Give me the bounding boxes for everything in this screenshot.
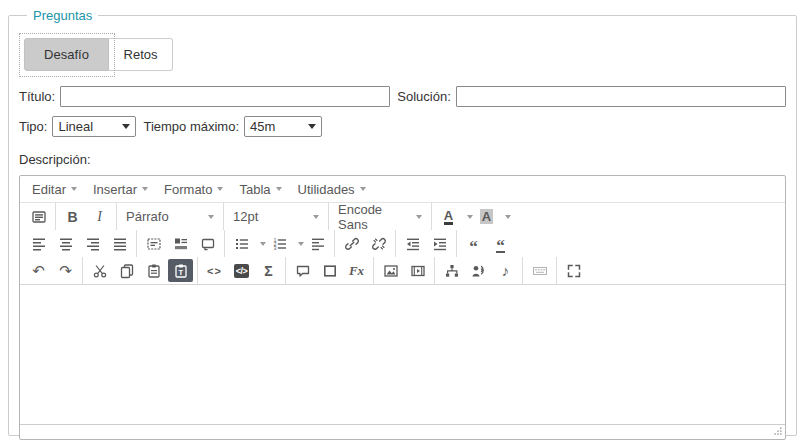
bold-button[interactable]: B (60, 205, 85, 228)
formula-icon: Fx (349, 263, 364, 279)
line-height-button[interactable] (305, 232, 330, 255)
tipo-selected-value: Lineal (58, 119, 112, 134)
chevron-down-icon[interactable] (505, 215, 511, 219)
editor-content-area[interactable] (20, 284, 785, 424)
align-left-button[interactable] (26, 232, 51, 255)
tab-desafio[interactable]: Desafío (24, 38, 109, 71)
bullet-list-icon (234, 236, 250, 252)
toolbar-group: <> </> Σ (197, 257, 285, 284)
menu-insertar[interactable]: Insertar (85, 178, 156, 201)
media-text-button[interactable] (168, 232, 193, 255)
menu-tabla[interactable]: Tabla (231, 178, 289, 201)
numbered-list-icon (272, 236, 288, 252)
font-family-dropdown[interactable]: Encode Sans (332, 205, 428, 228)
flowchart-button[interactable] (439, 259, 464, 282)
frame-button[interactable] (195, 232, 220, 255)
source-code-button[interactable]: <> (202, 259, 227, 282)
toolbar-row-3: ↶ ↷ <> </> Σ Fx (20, 257, 785, 284)
insert-image-button[interactable] (378, 259, 403, 282)
cut-button[interactable] (87, 259, 112, 282)
blockquote-button[interactable]: “ (461, 232, 486, 255)
chevron-down-icon[interactable] (260, 242, 266, 246)
preguntas-fieldset: Preguntas Desafío Retos Título: Solución… (8, 8, 797, 436)
titulo-input[interactable] (60, 86, 390, 107)
template-icon (31, 209, 47, 225)
menu-editar[interactable]: Editar (24, 178, 85, 201)
menu-editar-label: Editar (32, 182, 66, 197)
menu-utilidades-label: Utilidades (298, 182, 355, 197)
tiempo-maximo-select[interactable]: 45m (244, 116, 322, 137)
toolbar-group (22, 230, 136, 257)
toolbar-group: ♪ (434, 257, 522, 284)
font-size-dropdown[interactable]: 12pt (227, 205, 325, 228)
formula-button[interactable]: Fx (344, 259, 369, 282)
align-center-button[interactable] (53, 232, 78, 255)
justify-button[interactable] (107, 232, 132, 255)
menu-utilidades[interactable]: Utilidades (290, 178, 374, 201)
paste-as-text-button[interactable] (168, 259, 193, 282)
paste-icon (146, 263, 162, 279)
toolbar-row-1: B I Párrafo 12pt Encode Sans A A (20, 203, 785, 230)
tab-retos-label: Retos (124, 47, 158, 62)
template-button[interactable] (26, 205, 51, 228)
insert-video-button[interactable] (405, 259, 430, 282)
paste-button[interactable] (141, 259, 166, 282)
paste-text-icon (173, 263, 189, 279)
comment-button[interactable] (290, 259, 315, 282)
tiempo-selected-value: 45m (250, 119, 298, 134)
toolbar-group: ↶ ↷ (22, 257, 82, 284)
paragraph-format-dropdown[interactable]: Párrafo (120, 205, 220, 228)
unlink-icon (371, 236, 387, 252)
embed-code-button[interactable]: </> (229, 259, 254, 282)
toolbar-row-2: “ “ (20, 230, 785, 257)
chevron-down-icon (360, 187, 366, 191)
tab-retos[interactable]: Retos (109, 38, 173, 71)
select-arrow-icon (308, 124, 316, 129)
solucion-label: Solución: (397, 89, 450, 104)
toolbar-group: Párrafo (116, 203, 223, 230)
link-icon (344, 236, 360, 252)
container-box-button[interactable] (317, 259, 342, 282)
backcolor-icon: A (480, 209, 493, 224)
insert-audio-button[interactable]: ♪ (493, 259, 518, 282)
text-to-speech-button[interactable] (466, 259, 491, 282)
visualblocks-button[interactable] (141, 232, 166, 255)
redo-button[interactable]: ↷ (53, 259, 78, 282)
speak-icon (471, 263, 487, 279)
outdent-button[interactable] (400, 232, 425, 255)
menu-formato[interactable]: Formato (156, 178, 231, 201)
chevron-down-icon[interactable] (298, 242, 304, 246)
tipo-select[interactable]: Lineal (52, 116, 136, 137)
font-size-value: 12pt (233, 209, 258, 224)
resize-handle[interactable] (771, 426, 785, 439)
align-center-icon (58, 236, 74, 252)
inline-quote-button[interactable]: “ (488, 232, 513, 255)
indent-button[interactable] (427, 232, 452, 255)
tiempo-maximo-label: Tiempo máximo: (143, 119, 239, 134)
chevron-down-icon[interactable] (467, 215, 473, 219)
text-color-button[interactable]: A (436, 205, 461, 228)
insert-link-button[interactable] (339, 232, 364, 255)
html-icon (532, 263, 548, 279)
blockquote-icon: “ (469, 242, 478, 252)
editor-statusbar (20, 424, 785, 439)
copy-button[interactable] (114, 259, 139, 282)
fullscreen-button[interactable] (561, 259, 586, 282)
italic-button[interactable]: I (87, 205, 112, 228)
align-right-button[interactable] (80, 232, 105, 255)
bullet-list-button[interactable] (229, 232, 254, 255)
html-button[interactable] (527, 259, 552, 282)
remove-link-button[interactable] (366, 232, 391, 255)
equation-button[interactable]: Σ (256, 259, 281, 282)
toolbar-group (136, 230, 224, 257)
box-icon (322, 263, 338, 279)
rich-text-editor: Editar Insertar Formato Tabla Utilidades… (19, 175, 786, 440)
background-color-button[interactable]: A (474, 205, 499, 228)
audio-note-icon: ♪ (502, 263, 510, 278)
font-family-value: Encode Sans (338, 202, 411, 232)
solucion-input[interactable] (456, 86, 786, 107)
numbered-list-button[interactable] (267, 232, 292, 255)
toolbar-group (22, 203, 55, 230)
chevron-down-icon (71, 187, 77, 191)
undo-button[interactable]: ↶ (26, 259, 51, 282)
